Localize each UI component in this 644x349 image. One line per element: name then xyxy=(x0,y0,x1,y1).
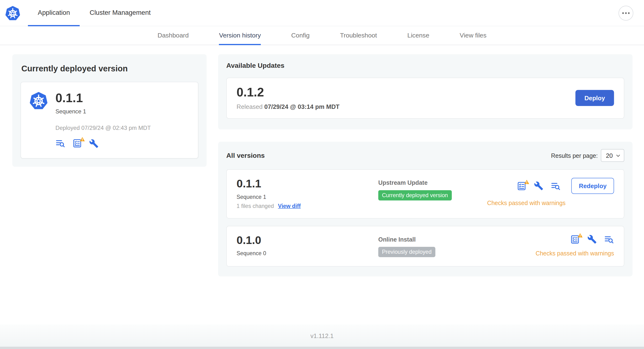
main-content: Currently deployed version xyxy=(0,45,644,324)
logs-icon[interactable] xyxy=(56,138,65,148)
version-row: 0.1.1 Sequence 1 1 files changed View di… xyxy=(226,169,624,218)
warning-triangle-icon xyxy=(578,232,583,240)
row-actions xyxy=(570,234,614,244)
warning-triangle-icon xyxy=(524,178,530,186)
update-info: 0.1.2 Released 07/29/24 @ 03:14 pm MDT xyxy=(236,86,340,110)
preflight-checks-warning-icon[interactable] xyxy=(570,234,580,244)
update-released-line: Released 07/29/24 @ 03:14 pm MDT xyxy=(236,103,340,110)
all-versions-panel: All versions Results per page: 20 0.1.1 … xyxy=(218,142,632,276)
checks-status: Checks passed with warnings xyxy=(536,250,614,256)
logs-icon[interactable] xyxy=(551,181,561,191)
subnav-dashboard[interactable]: Dashboard xyxy=(158,26,188,45)
deployed-version-card: 0.1.1 Sequence 1 Deployed 07/29/24 @ 02:… xyxy=(20,82,198,158)
app-footer: v1.112.1 xyxy=(0,324,644,346)
deploy-button[interactable]: Deploy xyxy=(576,90,614,106)
row-sequence: Sequence 1 xyxy=(236,194,378,200)
row-actions-block: Redeploy Checks passed with warnings xyxy=(487,178,614,206)
update-card: 0.1.2 Released 07/29/24 @ 03:14 pm MDT D… xyxy=(226,78,624,119)
row-sequence: Sequence 0 xyxy=(236,250,378,256)
preflight-checks-warning-icon[interactable] xyxy=(72,138,82,148)
config-icon[interactable] xyxy=(588,235,597,244)
version-row: 0.1.0 Sequence 0 Online Install Previous… xyxy=(226,226,624,266)
row-files-line: 1 files changed View diff xyxy=(236,203,378,209)
deployed-icon-row xyxy=(56,138,150,148)
deployed-version-number: 0.1.1 xyxy=(56,91,150,105)
all-versions-header: All versions Results per page: 20 xyxy=(226,149,624,162)
available-updates-panel: Available Updates 0.1.2 Released 07/29/2… xyxy=(218,54,632,130)
released-label: Released xyxy=(236,103,262,110)
results-per-page-value: 20 xyxy=(606,152,613,159)
config-icon[interactable] xyxy=(534,181,544,191)
row-source-block: Online Install Previously deployed xyxy=(378,234,536,257)
console-version: v1.112.1 xyxy=(310,332,334,339)
tab-cluster-management[interactable]: Cluster Management xyxy=(80,0,160,26)
subnav-license[interactable]: License xyxy=(408,26,430,45)
row-source-block: Upstream Update Currently deployed versi… xyxy=(378,178,487,200)
kubernetes-logo xyxy=(5,5,20,21)
subnav-view-files[interactable]: View files xyxy=(460,26,486,45)
row-source-label: Upstream Update xyxy=(378,178,487,186)
results-per-page-label: Results per page: xyxy=(551,152,598,159)
row-source-label: Online Install xyxy=(378,234,536,242)
row-version-number: 0.1.0 xyxy=(236,234,378,246)
row-actions: Redeploy xyxy=(517,178,614,194)
row-version-block: 0.1.1 Sequence 1 1 files changed View di… xyxy=(236,178,378,209)
bottom-bar xyxy=(0,346,644,349)
currently-deployed-panel: Currently deployed version xyxy=(12,54,207,166)
app-header: Application Cluster Management xyxy=(0,0,644,26)
preflight-checks-warning-icon[interactable] xyxy=(517,181,526,191)
files-changed-label: 1 files changed xyxy=(236,203,274,209)
header-tabs: Application Cluster Management xyxy=(28,0,160,26)
update-version-number: 0.1.2 xyxy=(236,86,340,99)
deployed-sequence: Sequence 1 xyxy=(56,108,150,115)
status-badge: Currently deployed version xyxy=(378,190,452,200)
viewport: Application Cluster Management Dashboard… xyxy=(0,0,644,349)
results-per-page-select[interactable]: 20 xyxy=(601,149,624,162)
results-per-page: Results per page: 20 xyxy=(551,149,624,162)
released-date: 07/29/24 @ 03:14 pm MDT xyxy=(264,103,340,110)
warning-triangle-icon xyxy=(80,136,85,144)
all-versions-title: All versions xyxy=(226,152,265,160)
currently-deployed-title: Currently deployed version xyxy=(21,64,198,74)
checks-status: Checks passed with warnings xyxy=(487,200,566,206)
subnav-troubleshoot[interactable]: Troubleshoot xyxy=(340,26,377,45)
config-icon[interactable] xyxy=(89,139,98,148)
subnav-config[interactable]: Config xyxy=(291,26,310,45)
right-column: Available Updates 0.1.2 Released 07/29/2… xyxy=(218,54,632,276)
logs-icon[interactable] xyxy=(604,234,614,244)
redeploy-button[interactable]: Redeploy xyxy=(572,178,614,194)
row-version-number: 0.1.1 xyxy=(236,178,378,190)
app-subnav: Dashboard Version history Config Trouble… xyxy=(0,26,644,45)
status-badge: Previously deployed xyxy=(378,247,436,257)
deployed-version-info: 0.1.1 Sequence 1 Deployed 07/29/24 @ 02:… xyxy=(56,91,150,148)
ellipsis-icon[interactable] xyxy=(618,6,633,20)
chevron-down-icon xyxy=(616,154,620,156)
row-actions-block: Checks passed with warnings xyxy=(536,234,614,256)
row-version-block: 0.1.0 Sequence 0 xyxy=(236,234,378,256)
header-right xyxy=(618,6,633,20)
tab-application[interactable]: Application xyxy=(28,0,80,26)
deployed-timestamp: Deployed 07/29/24 @ 02:43 pm MDT xyxy=(56,124,150,131)
view-diff-link[interactable]: View diff xyxy=(278,203,301,209)
subnav-version-history[interactable]: Version history xyxy=(219,26,261,45)
available-updates-title: Available Updates xyxy=(226,62,624,70)
kubernetes-app-icon xyxy=(29,91,48,110)
